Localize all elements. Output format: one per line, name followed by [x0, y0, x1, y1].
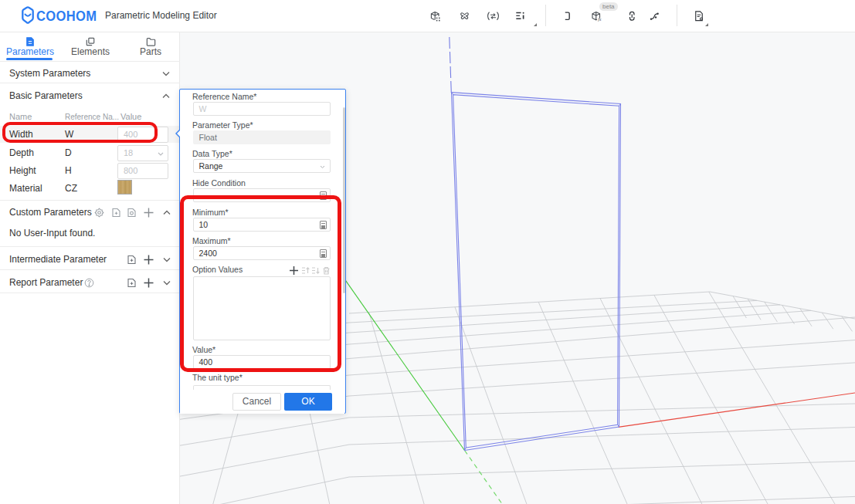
- svg-text:fx: fx: [598, 17, 602, 22]
